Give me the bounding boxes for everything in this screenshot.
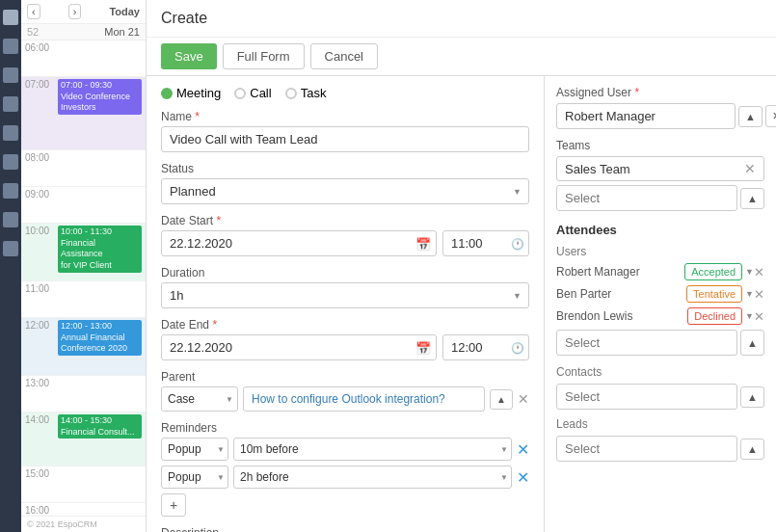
status-group: Status Planned Held Not Held bbox=[161, 162, 529, 204]
leads-expand-button[interactable]: ▲ bbox=[740, 439, 764, 460]
date-end-input-wrap: 📅 bbox=[161, 334, 437, 360]
modal-title: Create bbox=[147, 0, 776, 38]
name-input[interactable] bbox=[161, 126, 529, 152]
parent-value-input[interactable] bbox=[243, 386, 485, 412]
sidebar-icon-dots[interactable] bbox=[3, 241, 18, 256]
radio-task[interactable]: Task bbox=[285, 86, 327, 100]
status-badge-0[interactable]: Accepted bbox=[684, 263, 742, 280]
attendees-title: Attendees bbox=[556, 223, 764, 237]
contacts-sub-label: Contacts bbox=[556, 365, 764, 379]
assigned-user-label: Assigned User * bbox=[556, 86, 764, 99]
cal-time-row: 10:00 10:00 - 11:30Financial Assistancef… bbox=[21, 224, 146, 281]
parent-label: Parent bbox=[161, 370, 529, 384]
status-badge-wrap-1: Tentative ▼ bbox=[686, 285, 754, 303]
calendar-end-icon[interactable]: 📅 bbox=[415, 340, 431, 355]
time-label-0700: 07:00 bbox=[25, 79, 56, 90]
modal-body: Meeting Call Task Name * bbox=[147, 76, 776, 532]
radio-meeting[interactable]: Meeting bbox=[161, 86, 221, 100]
calendar-event[interactable]: 14:00 - 15:30Financial Consult... bbox=[58, 414, 142, 439]
calendar-day-label: Mon 21 bbox=[104, 26, 140, 38]
radio-task-label: Task bbox=[301, 86, 327, 100]
sidebar-icon-tag[interactable] bbox=[3, 67, 18, 83]
sidebar-icon-dollar[interactable] bbox=[3, 125, 18, 141]
sidebar-icon-bar-chart[interactable] bbox=[3, 212, 18, 227]
attendee-row-2: Brendon Lewis Declined ▼ ✕ bbox=[556, 307, 764, 325]
save-button[interactable]: Save bbox=[161, 43, 217, 69]
calendar-next-button[interactable]: › bbox=[68, 4, 82, 19]
reminder-remove-button-0[interactable]: ✕ bbox=[517, 440, 529, 459]
teams-select-input[interactable] bbox=[556, 185, 737, 211]
parent-type-select[interactable]: Account Contact Lead Case Opportunity bbox=[161, 386, 238, 412]
contacts-expand-button[interactable]: ▲ bbox=[740, 386, 764, 408]
status-chevron-1[interactable]: ▼ bbox=[745, 289, 754, 299]
reminder-type-wrap-1: Popup Email bbox=[161, 466, 228, 489]
parent-type-wrap: Account Contact Lead Case Opportunity bbox=[161, 386, 238, 412]
time-start-input-wrap: 🕐 bbox=[442, 230, 529, 256]
form-left: Meeting Call Task Name * bbox=[147, 76, 545, 532]
date-start-input[interactable] bbox=[161, 230, 437, 256]
status-select[interactable]: Planned Held Not Held bbox=[161, 178, 529, 204]
sidebar-icon-grid[interactable] bbox=[3, 39, 18, 54]
calendar-event[interactable]: 12:00 - 13:00Annual FinancialConference … bbox=[58, 320, 142, 356]
contacts-select-input[interactable] bbox=[556, 384, 737, 410]
sidebar-icon-menu[interactable] bbox=[3, 10, 18, 25]
leads-select-input[interactable] bbox=[556, 436, 737, 462]
attendee-remove-button-2[interactable]: ✕ bbox=[754, 309, 764, 324]
date-end-row: 📅 🕐 bbox=[161, 334, 529, 360]
sidebar-icon-chart[interactable] bbox=[3, 96, 18, 112]
duration-select-wrapper: 30m 1h 1h 30m 2h bbox=[161, 282, 529, 308]
parent-expand-button[interactable]: ▲ bbox=[490, 389, 513, 410]
reminder-type-select-0[interactable]: Popup Email bbox=[161, 438, 228, 461]
calendar-event[interactable]: 07:00 - 09:30Video ConferenceInvestors bbox=[58, 79, 142, 115]
assigned-row: ▲ ✕ bbox=[556, 103, 764, 129]
sidebar-icon-users[interactable] bbox=[3, 183, 18, 199]
users-select-input[interactable] bbox=[556, 330, 737, 356]
date-start-group: Date Start * 📅 🕐 bbox=[161, 214, 529, 256]
attendee-remove-button-1[interactable]: ✕ bbox=[754, 287, 764, 302]
sidebar-icon-mail[interactable] bbox=[3, 154, 18, 170]
status-chevron-2[interactable]: ▼ bbox=[745, 311, 754, 321]
reminder-time-select-1[interactable]: 5m before 10m before 15m before 30m befo… bbox=[233, 466, 512, 489]
calendar-today-button[interactable]: Today bbox=[109, 6, 140, 17]
date-end-label: Date End * bbox=[161, 318, 529, 332]
calendar-times: 06:00 07:00 07:00 - 09:30Video Conferenc… bbox=[21, 40, 146, 516]
parent-clear-button[interactable]: ✕ bbox=[518, 391, 529, 407]
cancel-button[interactable]: Cancel bbox=[310, 43, 378, 69]
team-remove-button-0[interactable]: ✕ bbox=[744, 161, 756, 176]
status-badge-1[interactable]: Tentative bbox=[686, 285, 742, 303]
calendar-prev-button[interactable]: ‹ bbox=[27, 4, 40, 19]
date-start-label: Date Start * bbox=[161, 214, 529, 227]
leads-sub-label: Leads bbox=[556, 417, 764, 431]
reminder-remove-button-1[interactable]: ✕ bbox=[517, 468, 529, 487]
teams-section: Teams Sales Team ✕ ▲ bbox=[556, 139, 764, 211]
radio-dot-meeting bbox=[161, 88, 173, 99]
status-chevron-0[interactable]: ▼ bbox=[745, 267, 754, 277]
assigned-user-clear-button[interactable]: ✕ bbox=[765, 105, 776, 127]
teams-select-row: ▲ bbox=[556, 185, 764, 211]
assigned-user-expand-button[interactable]: ▲ bbox=[738, 106, 763, 127]
leads-section: Leads ▲ bbox=[556, 417, 764, 462]
clock-icon[interactable]: 🕐 bbox=[511, 237, 524, 250]
calendar-event[interactable]: 10:00 - 11:30Financial Assistancefor VIP… bbox=[58, 226, 142, 273]
users-expand-button[interactable]: ▲ bbox=[740, 330, 764, 356]
calendar-icon[interactable]: 📅 bbox=[415, 236, 431, 251]
duration-label: Duration bbox=[161, 266, 529, 279]
radio-call[interactable]: Call bbox=[234, 86, 271, 100]
assigned-user-input[interactable] bbox=[556, 103, 736, 129]
full-form-button[interactable]: Full Form bbox=[223, 43, 305, 69]
duration-select[interactable]: 30m 1h 1h 30m 2h bbox=[161, 282, 529, 308]
time-label-0900: 09:00 bbox=[25, 189, 56, 200]
reminder-type-select-1[interactable]: Popup Email bbox=[161, 466, 228, 489]
radio-dot-call bbox=[234, 88, 246, 99]
reminder-time-select-0[interactable]: 5m before 10m before 15m before 30m befo… bbox=[233, 438, 512, 461]
main-content: Create Save Full Form Cancel Meeting Cal… bbox=[147, 0, 776, 532]
clock-end-icon[interactable]: 🕐 bbox=[511, 341, 524, 354]
teams-expand-button[interactable]: ▲ bbox=[740, 188, 764, 209]
attendee-remove-button-0[interactable]: ✕ bbox=[754, 265, 764, 279]
parent-group: Parent Account Contact Lead Case Opportu… bbox=[161, 370, 529, 412]
attendees-section: Attendees Users Robert Manager Accepted … bbox=[556, 223, 764, 356]
date-end-input[interactable] bbox=[161, 334, 437, 360]
add-reminder-button[interactable]: + bbox=[161, 493, 186, 517]
status-badge-2[interactable]: Declined bbox=[687, 307, 742, 325]
status-label: Status bbox=[161, 162, 529, 175]
